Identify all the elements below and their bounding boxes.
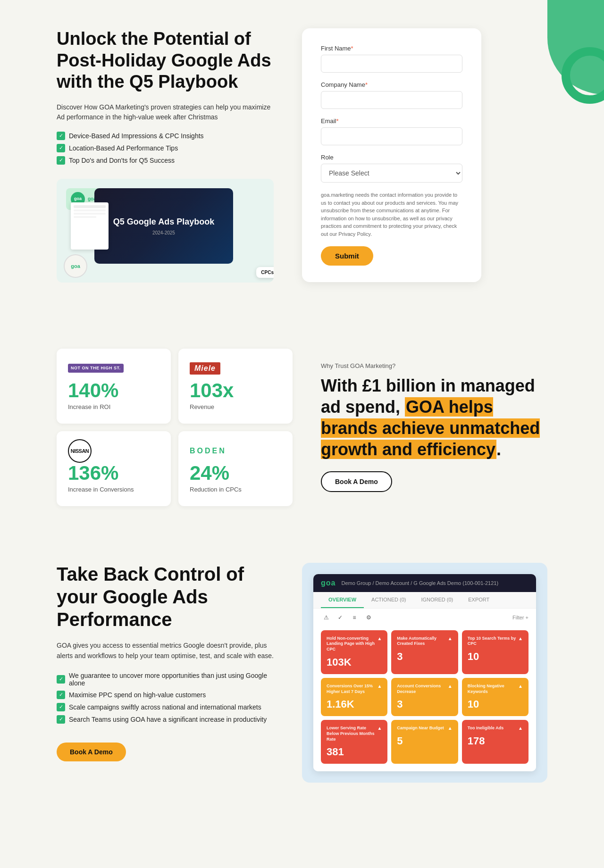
checklist-item-2: Location-Based Ad Performance Tips [69, 144, 178, 152]
control-checklist: ✓ We guarantee to uncover more opportuni… [57, 672, 274, 724]
playbook-title: Q5 Google Ads Playbook [113, 217, 214, 227]
nissan-badge: NISSAN [68, 439, 92, 463]
email-input[interactable] [321, 127, 462, 145]
check-icon-btn[interactable]: ✓ [335, 612, 345, 623]
dashboard-mockup: goa Demo Group / Demo Account / G Google… [302, 563, 547, 783]
dash-card-title-3: Top 10 Search Terms by CPC [468, 636, 523, 647]
company-name-label: Company Name* [321, 81, 462, 88]
dash-card-7: ▲ Lower Serving Rate Below Previous Mont… [321, 720, 387, 764]
grid-icon[interactable]: ≡ [349, 612, 360, 623]
submit-button[interactable]: Submit [321, 246, 373, 266]
control-heading: Take Back Control of your Google Ads Per… [57, 563, 274, 631]
contact-form: First Name* Company Name* Email* Role P [302, 28, 481, 282]
stat-label-noths: Increase in ROI [68, 403, 159, 410]
brand-miele-logo: Miele [190, 362, 281, 375]
stat-card-miele: Miele 103x Revenue [178, 349, 293, 424]
trust-text: Why Trust GOA Marketing? With £1 billion… [321, 362, 547, 492]
check-icon: ✓ [57, 156, 65, 165]
stat-number-miele: 103x [190, 381, 281, 401]
playbook-sub: 2024-2025 [113, 230, 214, 235]
dash-cards-grid: ▲ Hold Non-converting Landing Page with … [313, 626, 536, 772]
stat-label-boden: Reduction in CPCs [190, 486, 281, 493]
stat-card-nissan: NISSAN 136% Increase in Conversions [57, 431, 171, 506]
dash-card-title-2: Make Automatically Created Fixes [397, 636, 452, 647]
playbook-image: goa goa marketing Q5 Google Ads Playbook… [57, 179, 274, 283]
dash-header: goa Demo Group / Demo Account / G Google… [313, 574, 536, 592]
dash-breadcrumb: Demo Group / Demo Account / G Google Ads… [341, 580, 498, 586]
hero-section: Unlock the Potential of Post-Holiday Goo… [0, 0, 604, 320]
role-label: Role [321, 154, 462, 161]
page-mockup-1 [71, 202, 109, 250]
control-item-3: Scale campaigns swiftly across national … [69, 703, 261, 711]
dash-card-num-3: 10 [468, 651, 523, 663]
checklist-item-3: Top Do's and Don'ts for Q5 Success [69, 157, 175, 164]
dash-card-num-6: 10 [468, 698, 523, 710]
goa-circle-logo: goa [64, 254, 87, 278]
list-item: ✓ Search Teams using GOA have a signific… [57, 715, 274, 724]
dash-card-num-4: 1.16K [327, 698, 382, 710]
stat-label-miele: Revenue [190, 403, 281, 410]
dash-card-4: ▲ Conversions Over 15% Higher Last 7 Day… [321, 678, 387, 716]
check-icon: ✓ [57, 675, 65, 684]
control-item-2: Maximise PPC spend on high-value custome… [69, 691, 206, 699]
dash-card-num-1: 103K [327, 656, 382, 668]
email-label: Email* [321, 117, 462, 125]
dash-card-8: ▲ Campaign Near Budget 5 [391, 720, 458, 764]
check-icon: ✓ [57, 703, 65, 711]
form-disclaimer: goa.marketing needs the contact informat… [321, 191, 462, 238]
dash-card-title-8: Campaign Near Budget [397, 726, 452, 731]
hero-checklist: ✓ Device-Based Ad Impressions & CPC Insi… [57, 132, 274, 165]
dash-card-title-6: Blocking Negative Keywords [468, 684, 523, 694]
book-demo-button-2[interactable]: Book A Demo [57, 743, 126, 761]
dash-card-5: ▲ Account Conversions Decrease 3 [391, 678, 458, 716]
company-name-group: Company Name* [321, 81, 462, 109]
boden-badge: BODEN [190, 447, 226, 455]
list-item: ✓ We guarantee to uncover more opportuni… [57, 672, 274, 687]
first-name-label: First Name* [321, 45, 462, 52]
dash-card-num-2: 3 [397, 651, 452, 663]
trust-tag: Why Trust GOA Marketing? [321, 362, 547, 369]
book-demo-button-1[interactable]: Book A Demo [321, 471, 392, 492]
control-section: Take Back Control of your Google Ads Per… [0, 534, 604, 811]
control-right: goa Demo Group / Demo Account / G Google… [302, 563, 547, 783]
hero-left: Unlock the Potential of Post-Holiday Goo… [57, 28, 274, 283]
dash-card-title-9: Too Ineligible Ads [468, 726, 523, 731]
dash-card-title-5: Account Conversions Decrease [397, 684, 452, 694]
playbook-mockup-card: Q5 Google Ads Playbook 2024-2025 [94, 188, 233, 264]
list-item: ✓ Device-Based Ad Impressions & CPC Insi… [57, 132, 274, 140]
filter-label[interactable]: Filter + [512, 615, 528, 620]
dash-card-1: ▲ Hold Non-converting Landing Page with … [321, 630, 387, 674]
list-item: ✓ Maximise PPC spend on high-value custo… [57, 691, 274, 699]
check-icon: ✓ [57, 691, 65, 699]
dash-tab-actioned[interactable]: ACTIONED (0) [364, 592, 413, 608]
first-name-input[interactable] [321, 55, 462, 73]
list-item: ✓ Location-Based Ad Performance Tips [57, 144, 274, 152]
stat-number-noths: 140% [68, 381, 159, 401]
control-desc: GOA gives you access to essential metric… [57, 640, 274, 661]
stat-number-boden: 24% [190, 463, 281, 483]
dash-tab-overview[interactable]: OVERVIEW [321, 592, 364, 608]
list-item: ✓ Top Do's and Don'ts for Q5 Success [57, 156, 274, 165]
trust-heading-end: . [496, 440, 501, 459]
email-group: Email* [321, 117, 462, 145]
dash-card-6: ▲ Blocking Negative Keywords 10 [462, 678, 528, 716]
brand-nissan-logo: NISSAN [68, 444, 159, 458]
dash-card-title-7: Lower Serving Rate Below Previous Months… [327, 726, 382, 742]
check-icon: ✓ [57, 144, 65, 152]
dash-card-num-7: 381 [327, 746, 382, 758]
control-item-4: Search Teams using GOA have a significan… [69, 716, 267, 723]
cpcs-badge: CPCs [256, 267, 274, 278]
dash-card-num-8: 5 [397, 735, 452, 747]
company-name-input[interactable] [321, 91, 462, 109]
dash-logo: goa [321, 579, 336, 587]
role-select[interactable]: Please Select CEO/Founder Marketing Mana… [321, 164, 462, 183]
check-icon: ✓ [57, 132, 65, 140]
dash-card-num-9: 178 [468, 735, 523, 747]
dash-tab-ignored[interactable]: IGNORED (0) [413, 592, 461, 608]
dash-tab-export[interactable]: EXPORT [461, 592, 497, 608]
settings-icon[interactable]: ⚙ [363, 612, 374, 623]
stat-label-nissan: Increase in Conversions [68, 486, 159, 493]
filter-icon[interactable]: ⚠ [321, 612, 331, 623]
control-left: Take Back Control of your Google Ads Per… [57, 563, 274, 761]
dash-card-3: ▲ Top 10 Search Terms by CPC 10 [462, 630, 528, 674]
